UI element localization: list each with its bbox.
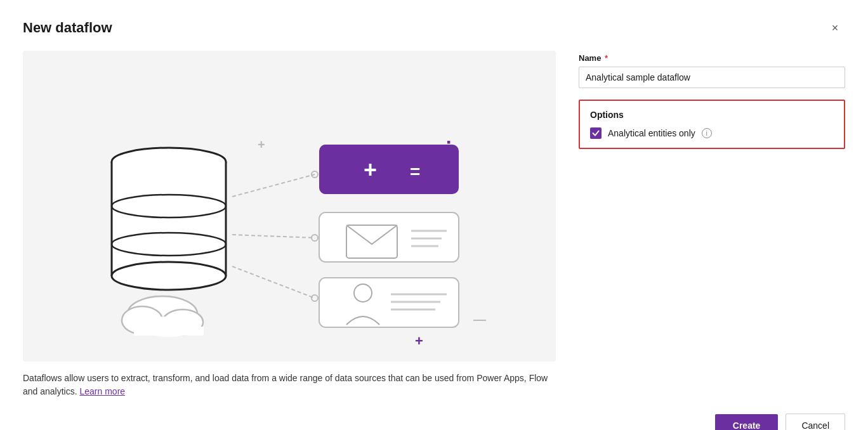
svg-text:+: + [364,157,377,183]
name-label-text: Name [579,53,601,63]
analytical-entities-label: Analytical entities only [608,128,695,138]
illustration: + + + ▪ + — [23,51,556,362]
cancel-button[interactable]: Cancel [786,414,845,430]
name-field-container: Name * [579,53,845,88]
svg-rect-14 [112,162,226,276]
dialog-header: New dataflow × [23,18,845,38]
left-panel: + + + ▪ + — [23,51,556,398]
options-title: Options [590,110,834,120]
options-box: Options Analytical entities only i [579,100,845,149]
svg-text:=: = [410,162,420,181]
name-input[interactable] [579,67,845,88]
analytical-entities-checkbox[interactable] [590,127,602,139]
svg-rect-24 [134,327,204,336]
description-text: Dataflows allow users to extract, transf… [23,372,556,398]
svg-text:+: + [258,138,265,152]
svg-text:—: — [473,312,486,326]
dialog-footer: Create Cancel [23,414,845,430]
new-dataflow-dialog: New dataflow × + + + ▪ + — [0,0,868,430]
svg-rect-25 [319,145,459,194]
required-indicator: * [605,53,608,63]
learn-more-link[interactable]: Learn more [80,386,126,396]
svg-point-19 [112,262,226,290]
right-panel: Name * Options Analytical entities only … [579,51,845,398]
dialog-body: + + + ▪ + — [23,51,845,398]
info-icon[interactable]: i [702,128,712,138]
create-button[interactable]: Create [715,414,779,430]
svg-text:+: + [415,333,423,349]
svg-rect-28 [319,212,459,262]
analytical-entities-row: Analytical entities only i [590,127,834,139]
close-button[interactable]: × [825,18,845,38]
dialog-title: New dataflow [23,20,112,36]
name-label: Name * [579,53,845,63]
